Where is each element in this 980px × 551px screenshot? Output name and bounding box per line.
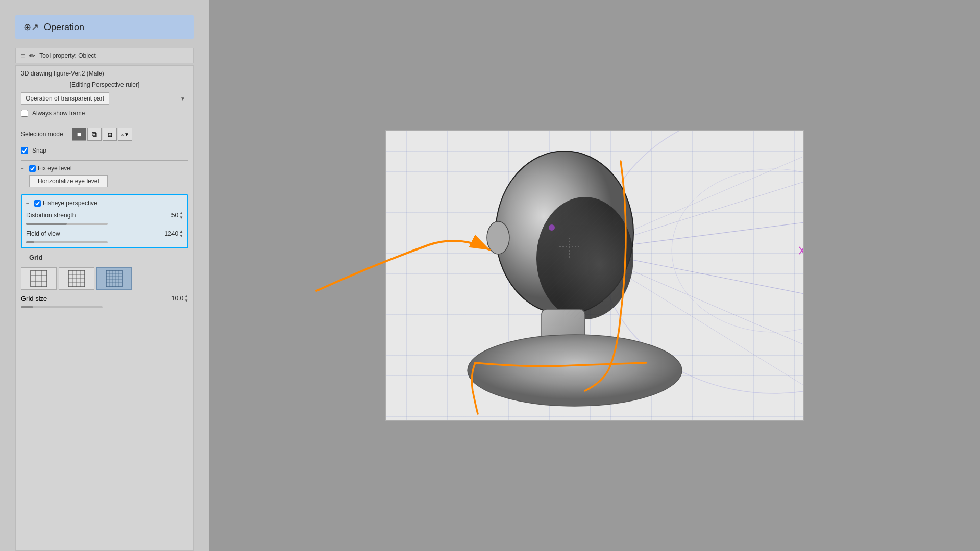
svg-rect-0	[31, 270, 47, 287]
snap-checkbox[interactable]	[21, 147, 28, 154]
field-of-view-value-container: 1240 ▲ ▼	[164, 229, 183, 238]
distortion-spinner[interactable]: ▲ ▼	[179, 211, 183, 220]
svg-point-35	[468, 335, 682, 406]
tool-property-bar: ≡ ✏ Tool property: Object	[15, 48, 194, 63]
distortion-label: Distortion strength	[26, 212, 76, 219]
grid-size-value-container: 10.0 ▲ ▼	[172, 294, 188, 303]
selection-mode-buttons: ■ ⧉ ⧈ ⬦▼	[72, 128, 132, 141]
dropdown-row: Operation of transparent part	[21, 92, 188, 105]
distortion-row: Distortion strength 50 ▲ ▼	[26, 211, 183, 220]
grid-size-slider[interactable]	[21, 306, 103, 308]
figure-label: 3D drawing figure-Ver.2 (Male)	[21, 70, 188, 77]
distortion-value: 50	[172, 212, 178, 219]
svg-point-28	[672, 169, 804, 332]
grid-label: Grid	[29, 254, 43, 261]
grid-size-label: Grid size	[21, 295, 47, 303]
distortion-slider[interactable]	[26, 223, 108, 225]
tool-property-label: Tool property: Object	[39, 52, 96, 59]
field-of-view-slider[interactable]	[26, 241, 108, 243]
selection-lasso-button[interactable]: ⧉	[87, 128, 102, 141]
always-show-frame-row: Always show frame	[21, 110, 188, 117]
snap-row: Snap	[21, 147, 188, 154]
distortion-slider-fill	[26, 223, 67, 225]
fix-eye-collapse[interactable]: −	[21, 166, 27, 171]
grid-buttons-row	[21, 267, 188, 290]
editing-perspective-label: [Editing Perspective ruler]	[21, 81, 188, 88]
field-of-view-spinner[interactable]: ▲ ▼	[179, 229, 183, 238]
fisheye-section: − Fisheye perspective Distortion strengt…	[21, 194, 188, 248]
svg-point-33	[487, 221, 509, 254]
grid-button-1[interactable]	[21, 267, 57, 290]
snap-label: Snap	[32, 147, 46, 154]
selection-more-button[interactable]: ⬦▼	[118, 128, 132, 141]
always-show-frame-label: Always show frame	[32, 110, 85, 117]
svg-rect-12	[106, 270, 122, 287]
canvas-area	[209, 0, 980, 551]
viewport[interactable]	[385, 130, 804, 421]
operation-header: ⊕↗ Operation	[15, 15, 194, 39]
fisheye-header: − Fisheye perspective	[26, 199, 183, 207]
field-of-view-row: Field of view 1240 ▲ ▼	[26, 229, 183, 238]
fix-eye-checkbox[interactable]	[29, 165, 36, 172]
selection-rect-button[interactable]: ■	[72, 128, 86, 141]
grid-collapse[interactable]: −	[21, 256, 27, 262]
field-of-view-slider-fill	[26, 241, 34, 243]
fix-eye-row: − Fix eye level	[21, 165, 188, 172]
grid-button-3[interactable]	[96, 267, 132, 290]
svg-point-37	[536, 197, 633, 319]
left-panel: ⊕↗ Operation ≡ ✏ Tool property: Object 3…	[0, 0, 209, 551]
divider-2	[21, 160, 188, 161]
brush-icon: ✏	[29, 52, 35, 60]
viewport-svg	[386, 131, 804, 421]
field-of-view-label: Field of view	[26, 230, 60, 237]
menu-icon[interactable]: ≡	[21, 52, 25, 60]
dropdown-wrapper: Operation of transparent part	[21, 92, 188, 105]
grid-size-slider-fill	[21, 306, 33, 308]
fisheye-label: Fisheye perspective	[43, 199, 97, 207]
grid-button-2[interactable]	[59, 267, 94, 290]
tool-content: 3D drawing figure-Ver.2 (Male) [Editing …	[15, 65, 194, 551]
operation-title: Operation	[44, 22, 84, 33]
selection-mode-row: Selection mode ■ ⧉ ⧈ ⬦▼	[21, 128, 188, 141]
fix-eye-label: Fix eye level	[38, 165, 72, 172]
distortion-value-container: 50 ▲ ▼	[172, 211, 183, 220]
fix-eye-section: − Fix eye level Horizontalize eye level	[21, 165, 188, 190]
horizontalize-button[interactable]: Horizontalize eye level	[29, 175, 108, 187]
grid-size-spinner[interactable]: ▲ ▼	[184, 294, 188, 303]
grid-size-row: Grid size 10.0 ▲ ▼	[21, 294, 188, 303]
grid-section: − Grid	[21, 254, 188, 308]
fisheye-collapse[interactable]: −	[26, 201, 32, 206]
field-of-view-value: 1240	[164, 230, 178, 237]
transparent-part-dropdown[interactable]: Operation of transparent part	[21, 92, 109, 105]
divider-1	[21, 123, 188, 123]
fisheye-checkbox[interactable]	[34, 200, 41, 207]
selection-poly-button[interactable]: ⧈	[103, 128, 117, 141]
always-show-frame-checkbox[interactable]	[21, 110, 28, 117]
operation-icon: ⊕↗	[23, 21, 39, 33]
svg-point-38	[549, 224, 555, 231]
selection-mode-label: Selection mode	[21, 131, 67, 138]
grid-size-value: 10.0	[172, 295, 183, 302]
